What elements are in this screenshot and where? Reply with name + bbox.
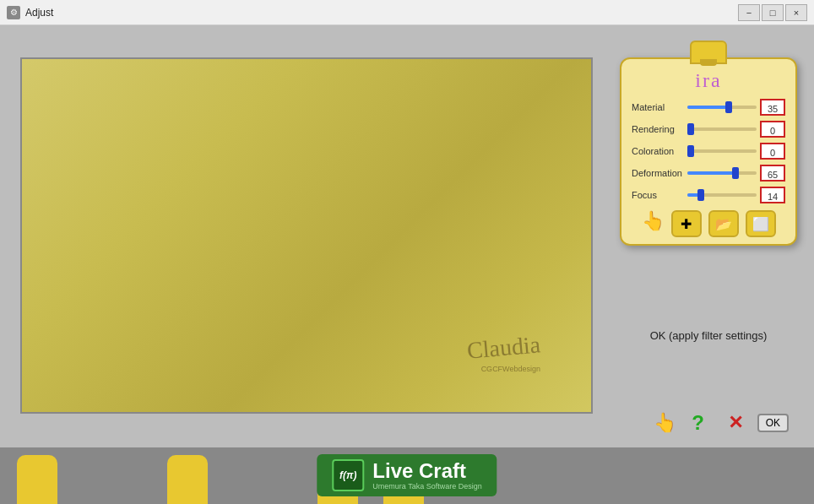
bottom-bar: f(π) Live Craft Umemura Taka Software De… [0, 447, 814, 504]
window-title: Adjust [25, 7, 738, 19]
slider-value-deformation[interactable]: 65 [760, 165, 785, 182]
clipboard-clip [690, 41, 727, 64]
cancel-button[interactable]: ✕ [720, 408, 751, 438]
finger-pointer-icon[interactable]: 👆 [642, 210, 665, 237]
slider-row-coloration: Coloration 0 [632, 143, 785, 160]
folder-button[interactable]: 📂 [708, 210, 739, 237]
canvas-watermark: Claudia [466, 331, 542, 364]
app-icon: ⚙ [7, 6, 20, 19]
panel-title: ira [632, 69, 785, 92]
help-button[interactable]: ? [683, 408, 714, 438]
slider-label-rendering: Rendering [632, 124, 684, 134]
leg-2 [167, 455, 208, 504]
slider-row-focus: Focus 14 [632, 187, 785, 203]
slider-track-material[interactable] [687, 106, 757, 109]
square-icon: ⬜ [752, 216, 769, 232]
livecrcraft-logo: f(π) Live Craft Umemura Taka Software De… [317, 454, 497, 496]
slider-label-material: Material [632, 102, 684, 112]
slider-value-material[interactable]: 35 [760, 99, 785, 116]
leg-1 [17, 455, 57, 504]
bottom-right-buttons: 👆 ? ✕ OK [654, 408, 789, 438]
slider-row-deformation: Deformation 65 [632, 165, 785, 182]
title-bar: ⚙ Adjust − □ × [0, 0, 814, 25]
finger-pointer-2-icon: 👆 [654, 412, 676, 434]
ok-button[interactable]: OK [757, 414, 789, 432]
slider-label-focus: Focus [632, 190, 684, 200]
slider-track-deformation[interactable] [687, 171, 757, 175]
slider-track-focus[interactable] [687, 193, 757, 197]
window-controls: − □ × [738, 4, 807, 21]
add-button[interactable]: ✚ [671, 210, 702, 237]
slider-track-rendering[interactable] [687, 127, 757, 131]
panel-action-buttons: 👆 ✚ 📂 ⬜ [632, 210, 785, 237]
logo-text-container: Live Craft Umemura Taka Software Design [372, 460, 481, 490]
maximize-button[interactable]: □ [762, 4, 784, 21]
slider-label-coloration: Coloration [632, 146, 684, 156]
logo-subtitle: Umemura Taka Software Design [372, 482, 481, 490]
logo-icon: f(π) [332, 459, 364, 491]
close-button[interactable]: × [785, 4, 807, 21]
main-content: Claudia CGCFWebdesign ira Material 35 Re… [0, 25, 814, 504]
slider-value-coloration[interactable]: 0 [760, 143, 785, 160]
slider-value-focus[interactable]: 14 [760, 187, 785, 203]
minimize-button[interactable]: − [738, 4, 760, 21]
slider-label-deformation: Deformation [632, 168, 684, 178]
slider-row-rendering: Rendering 0 [632, 121, 785, 138]
square-button[interactable]: ⬜ [746, 210, 776, 237]
folder-icon: 📂 [715, 216, 732, 232]
slider-track-coloration[interactable] [687, 149, 757, 153]
add-icon: ✚ [681, 216, 692, 232]
slider-value-rendering[interactable]: 0 [760, 121, 785, 138]
canvas-watermark-sub: CGCFWebdesign [481, 365, 540, 373]
slider-row-material: Material 35 [632, 99, 785, 116]
ok-label: OK (apply filter settings) [620, 329, 797, 342]
canvas-preview: Claudia CGCFWebdesign [20, 57, 593, 414]
logo-title: Live Craft [372, 460, 481, 482]
adjust-panel: ira Material 35 Rendering 0 Coloration [620, 57, 797, 246]
